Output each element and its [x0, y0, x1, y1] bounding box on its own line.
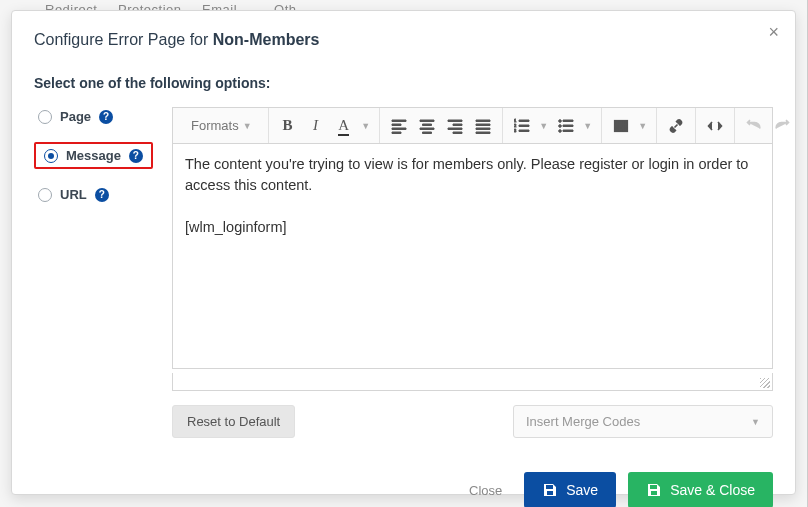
save-label: Save	[566, 482, 598, 498]
text-color-button[interactable]: A	[331, 113, 357, 139]
bullet-list-dropdown[interactable]: ▼	[581, 113, 595, 139]
highlight-box: Message ?	[34, 142, 153, 169]
table-button[interactable]	[608, 113, 634, 139]
italic-button[interactable]: I	[303, 113, 329, 139]
modal-title-bold: Non-Members	[213, 31, 320, 48]
bold-button[interactable]: B	[275, 113, 301, 139]
table-dropdown[interactable]: ▼	[636, 113, 650, 139]
option-url-label: URL	[60, 187, 87, 202]
editor-area: Formats ▼ B I A ▼	[172, 107, 773, 438]
svg-rect-6	[614, 120, 627, 131]
help-icon[interactable]: ?	[95, 188, 109, 202]
undo-button[interactable]	[741, 113, 767, 139]
insert-merge-codes-select[interactable]: Insert Merge Codes ▼	[513, 405, 773, 438]
message-editor[interactable]	[172, 143, 773, 369]
close-button[interactable]: Close	[459, 477, 512, 504]
editor-statusbar	[172, 373, 773, 391]
option-message[interactable]: Message ?	[40, 146, 147, 165]
save-icon	[542, 482, 558, 498]
editor-toolbar: Formats ▼ B I A ▼	[172, 107, 773, 143]
chevron-down-icon: ▼	[751, 417, 760, 427]
radio-icon	[38, 188, 52, 202]
options-group: Page ? Message ? URL ?	[34, 107, 154, 438]
text-color-dropdown[interactable]: ▼	[359, 113, 373, 139]
chevron-down-icon: ▼	[243, 121, 252, 131]
align-justify-button[interactable]	[470, 113, 496, 139]
option-page-label: Page	[60, 109, 91, 124]
reset-to-default-button[interactable]: Reset to Default	[172, 405, 295, 438]
align-left-button[interactable]	[386, 113, 412, 139]
modal-title-prefix: Configure Error Page for	[34, 31, 213, 48]
svg-point-4	[558, 124, 561, 127]
modal-title: Configure Error Page for Non-Members	[34, 31, 773, 49]
save-close-label: Save & Close	[670, 482, 755, 498]
svg-point-5	[558, 129, 561, 132]
redo-button[interactable]	[769, 113, 795, 139]
merge-codes-placeholder: Insert Merge Codes	[526, 414, 640, 429]
numbered-list-button[interactable]: 123	[509, 113, 535, 139]
save-icon	[646, 482, 662, 498]
save-button[interactable]: Save	[524, 472, 616, 507]
link-button[interactable]	[663, 113, 689, 139]
option-message-label: Message	[66, 148, 121, 163]
radio-icon	[44, 149, 58, 163]
bullet-list-button[interactable]	[553, 113, 579, 139]
help-icon[interactable]: ?	[99, 110, 113, 124]
svg-point-3	[558, 119, 561, 122]
formats-label: Formats	[191, 118, 239, 133]
resize-grip-icon[interactable]	[760, 378, 770, 388]
close-icon[interactable]: ×	[768, 23, 779, 41]
modal-footer: Close Save Save & Close	[34, 472, 773, 507]
option-url[interactable]: URL ?	[34, 185, 154, 204]
formats-dropdown[interactable]: Formats ▼	[181, 118, 262, 133]
align-center-button[interactable]	[414, 113, 440, 139]
code-button[interactable]	[702, 113, 728, 139]
save-and-close-button[interactable]: Save & Close	[628, 472, 773, 507]
configure-error-page-modal: × Configure Error Page for Non-Members S…	[11, 10, 796, 495]
svg-text:3: 3	[514, 128, 517, 133]
help-icon[interactable]: ?	[129, 149, 143, 163]
numbered-list-dropdown[interactable]: ▼	[537, 113, 551, 139]
align-right-button[interactable]	[442, 113, 468, 139]
option-page[interactable]: Page ?	[34, 107, 154, 126]
radio-icon	[38, 110, 52, 124]
section-heading: Select one of the following options:	[34, 75, 773, 91]
